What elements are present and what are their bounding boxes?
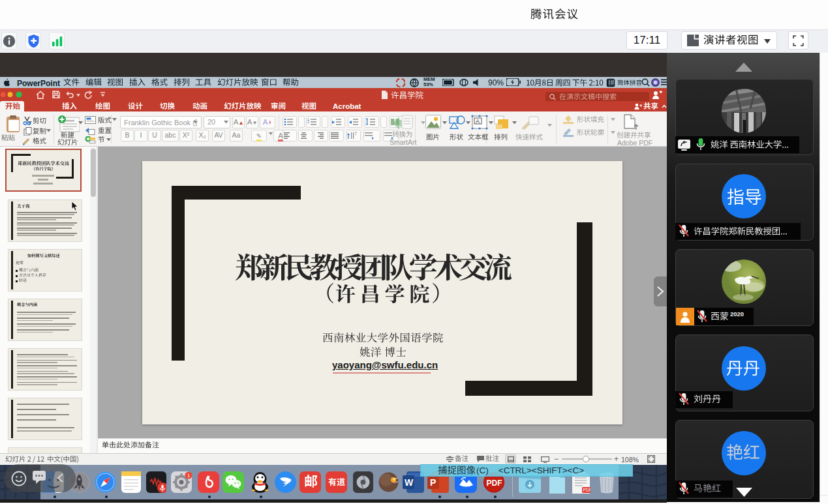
- svg-text:2: 2: [307, 120, 309, 124]
- svg-text:A: A: [476, 118, 480, 125]
- svg-text:PDF: PDF: [583, 488, 591, 492]
- svg-text:PDF: PDF: [487, 479, 502, 488]
- svg-text:1: 1: [187, 473, 191, 479]
- svg-text:P: P: [430, 477, 436, 488]
- svg-text:W: W: [405, 477, 414, 488]
